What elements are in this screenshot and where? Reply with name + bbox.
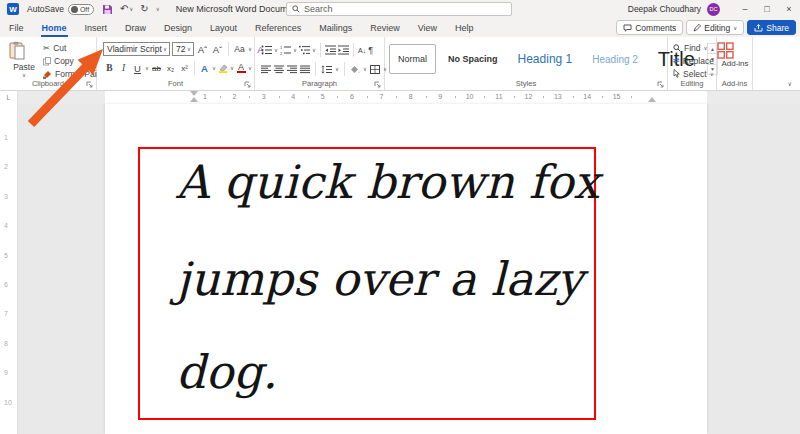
subscript-button[interactable]: x₂: [164, 61, 177, 75]
tab-review[interactable]: Review: [361, 18, 409, 37]
chevron-down-icon: ∨: [230, 65, 234, 71]
bold-button[interactable]: B: [103, 61, 116, 75]
tab-insert[interactable]: Insert: [76, 18, 117, 37]
tab-view[interactable]: View: [409, 18, 446, 37]
document-page[interactable]: A quick brown fox jumps over a lazy dog.: [105, 104, 707, 434]
tab-mailings[interactable]: Mailings: [310, 18, 361, 37]
justify-button[interactable]: [300, 65, 310, 74]
document-text-line[interactable]: dog.: [176, 345, 277, 399]
italic-button[interactable]: I: [117, 61, 130, 75]
sort-button[interactable]: A↓: [358, 47, 366, 54]
chevron-down-icon: ∨: [163, 46, 167, 52]
editing-mode-button[interactable]: Editing ∨: [686, 20, 744, 35]
style-no-spacing[interactable]: No Spacing: [440, 44, 506, 74]
ruler-tick: [543, 96, 544, 98]
borders-button[interactable]: [370, 65, 380, 74]
document-title[interactable]: New Microsoft Word Document: [176, 4, 300, 14]
save-icon[interactable]: [102, 4, 113, 15]
line-spacing-button[interactable]: [321, 65, 332, 74]
document-text-line[interactable]: jumps over a lazy: [176, 252, 583, 306]
redo-icon[interactable]: ↻: [140, 4, 148, 14]
ruler-tick: [426, 96, 427, 98]
vertical-ruler-number: 2: [4, 163, 8, 170]
maximize-button[interactable]: □: [756, 0, 778, 18]
clipboard-dialog-launcher-icon[interactable]: [86, 81, 93, 88]
cut-label: Cut: [53, 43, 66, 53]
text-effects-button[interactable]: A: [198, 61, 211, 75]
replace-button[interactable]: ⇄ Replace: [673, 54, 714, 67]
align-right-button[interactable]: [287, 65, 297, 74]
ruler-tick: [514, 96, 515, 98]
style-heading-2[interactable]: Heading 2: [584, 44, 646, 74]
right-indent-marker[interactable]: [648, 97, 656, 102]
tab-file[interactable]: File: [0, 18, 33, 37]
ruler-number: 9: [438, 93, 442, 100]
addins-button[interactable]: Add-ins: [717, 42, 753, 68]
search-input[interactable]: Search: [286, 2, 512, 16]
increase-indent-button[interactable]: [338, 45, 349, 55]
chevron-down-icon: ∨: [293, 47, 297, 53]
share-button[interactable]: Share: [747, 20, 796, 35]
chevron-down-icon: ∨: [312, 47, 316, 53]
strikethrough-button[interactable]: ab: [150, 61, 163, 75]
grow-font-button[interactable]: Aˆ: [196, 42, 209, 56]
tab-help[interactable]: Help: [446, 18, 483, 37]
underline-button[interactable]: U: [131, 61, 144, 75]
change-case-button[interactable]: Aa: [233, 42, 246, 56]
close-button[interactable]: ×: [778, 0, 800, 18]
tab-selector[interactable]: L: [0, 91, 18, 104]
first-line-indent-marker[interactable]: [190, 91, 198, 96]
format-painter-label: Format Painter: [55, 69, 97, 79]
collapse-ribbon-icon[interactable]: ∨: [788, 80, 792, 87]
titlebar-right: Deepak Choudhary DC – □ ×: [628, 0, 800, 18]
tab-design[interactable]: Design: [155, 18, 201, 37]
minimize-button[interactable]: –: [734, 0, 756, 18]
bullet-list-button[interactable]: [261, 45, 272, 55]
editing-group: Find ∨ ⇄ Replace Select ∨ Editing: [668, 37, 717, 90]
avatar[interactable]: DC: [707, 3, 720, 16]
horizontal-ruler[interactable]: 123456789101112131415: [18, 91, 800, 104]
styles-dialog-launcher-icon[interactable]: [657, 81, 664, 88]
red-border-box[interactable]: A quick brown fox jumps over a lazy dog.: [138, 147, 596, 420]
tab-home[interactable]: Home: [33, 18, 76, 37]
find-icon: [673, 44, 681, 52]
vertical-ruler[interactable]: 12345678910: [0, 104, 18, 434]
align-center-button[interactable]: [274, 65, 284, 74]
comments-button[interactable]: Comments: [616, 20, 683, 35]
user-name[interactable]: Deepak Choudhary: [628, 4, 701, 14]
align-left-button[interactable]: [261, 65, 271, 74]
tab-references[interactable]: References: [246, 18, 310, 37]
customize-toolbar-icon[interactable]: ∨: [156, 6, 160, 12]
numbered-list-button[interactable]: 12: [280, 45, 291, 55]
style-heading-1[interactable]: Heading 1: [510, 44, 581, 74]
hanging-indent-marker[interactable]: [190, 97, 198, 102]
decrease-indent-button[interactable]: [325, 45, 336, 55]
document-text-line[interactable]: A quick brown fox: [176, 155, 599, 209]
vertical-ruler-number: 4: [4, 222, 8, 229]
multilevel-list-button[interactable]: [299, 45, 310, 55]
font-name-combobox[interactable]: Vladimir Script ∨: [103, 42, 170, 56]
tab-draw[interactable]: Draw: [116, 18, 155, 37]
paste-button[interactable]: Paste ∨: [8, 41, 40, 78]
highlight-button[interactable]: [218, 64, 228, 73]
style-normal[interactable]: Normal: [389, 44, 436, 74]
font-dialog-launcher-icon[interactable]: [244, 81, 251, 88]
format-painter-button[interactable]: Format Painter: [43, 69, 97, 79]
show-formatting-button[interactable]: ¶: [368, 45, 373, 55]
ruler-number: 12: [524, 93, 532, 100]
undo-chevron-icon[interactable]: ∨: [129, 6, 133, 12]
autosave-toggle[interactable]: Off: [68, 4, 94, 15]
tab-layout[interactable]: Layout: [201, 18, 246, 37]
font-size-combobox[interactable]: 72 ∨: [172, 42, 194, 56]
find-button[interactable]: Find ∨: [673, 41, 714, 54]
undo-icon[interactable]: ↶: [120, 4, 128, 14]
ribbon-tab-row: File Home Insert Draw Design Layout Refe…: [0, 18, 800, 37]
superscript-button[interactable]: x²: [178, 61, 191, 75]
font-color-button[interactable]: A: [236, 63, 246, 74]
shading-button[interactable]: [350, 65, 360, 74]
addins-group-label: Add-ins: [717, 79, 752, 88]
copy-button[interactable]: Copy: [43, 56, 74, 66]
shrink-font-button[interactable]: Aˇ: [211, 42, 224, 56]
cut-button[interactable]: ✂ Cut: [43, 43, 66, 53]
paragraph-dialog-launcher-icon[interactable]: [374, 81, 381, 88]
